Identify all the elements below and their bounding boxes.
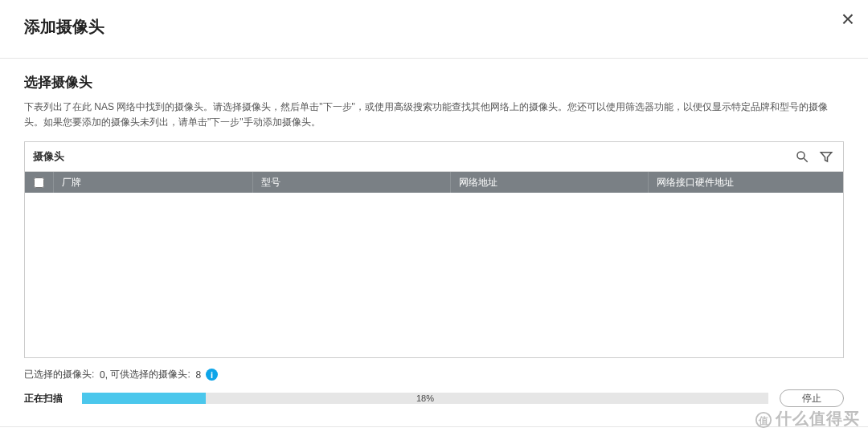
camera-table: 摄像头 厂牌 型号 网络地址 网络接口硬件地址 [24,141,844,358]
dialog-footer: 取消 步骤 1 / 4 下一步 [0,427,868,436]
stop-button[interactable]: 停止 [780,389,844,407]
table-body [25,193,843,357]
scan-label: 正在扫描 [24,392,71,405]
svg-line-1 [804,159,808,163]
select-all-cell [25,172,54,193]
available-label: 可供选择的摄像头: [110,368,190,381]
column-netaddr[interactable]: 网络地址 [451,172,649,193]
scan-progress-bar [82,393,206,404]
table-caption: 摄像头 [33,149,787,164]
info-icon[interactable]: i [206,369,218,381]
column-macaddr[interactable]: 网络接口硬件地址 [649,172,843,193]
section-subtitle: 选择摄像头 [24,73,844,92]
scan-progress: 18% [82,393,768,404]
filter-icon[interactable] [817,148,835,165]
selected-label: 已选择的摄像头: [24,368,94,381]
status-row: 已选择的摄像头: 0 , 可供选择的摄像头: 8 i [0,358,868,385]
section-description: 下表列出了在此 NAS 网络中找到的摄像头。请选择摄像头，然后单击"下一步"，或… [24,100,844,130]
scan-progress-text: 18% [416,393,434,403]
select-all-checkbox[interactable] [34,177,44,188]
status-separator: , [105,369,108,381]
selected-count: 0 [100,369,105,381]
svg-text:值: 值 [758,414,769,426]
available-count: 8 [195,369,201,381]
close-icon[interactable]: × [836,8,860,31]
table-toolbar: 摄像头 [25,142,843,172]
column-model[interactable]: 型号 [253,172,451,193]
table-header: 厂牌 型号 网络地址 网络接口硬件地址 [25,172,843,193]
svg-point-0 [797,152,805,159]
column-brand[interactable]: 厂牌 [54,172,253,193]
dialog-title: 添加摄像头 [24,16,844,38]
svg-point-2 [756,413,771,427]
search-icon[interactable] [793,148,811,165]
scan-row: 正在扫描 18% 停止 [0,385,868,407]
